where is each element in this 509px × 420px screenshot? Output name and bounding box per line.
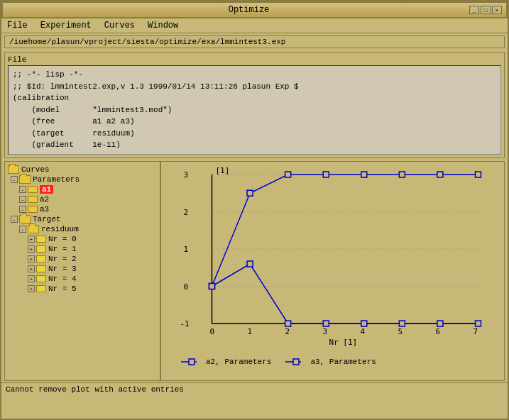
toggle-nr2[interactable]: + [28, 255, 35, 262]
svg-rect-35 [361, 321, 367, 326]
svg-rect-36 [399, 321, 405, 326]
tree-item-nr2[interactable]: + Nr = 2 [5, 254, 160, 264]
maximize-button[interactable]: □ [481, 6, 491, 14]
menu-bar: File Experiment Curves Window [1, 18, 508, 33]
svg-rect-34 [323, 321, 329, 326]
svg-text:1: 1 [184, 245, 189, 254]
svg-rect-32 [247, 261, 253, 267]
toggle-nr4[interactable]: + [28, 275, 35, 282]
tree-label-residuum: residuum [41, 225, 79, 233]
tree-item-curves[interactable]: Curves [5, 165, 160, 175]
toggle-nr0[interactable]: + [28, 236, 35, 243]
code-line-4: (model "lmmintest3.mod") [13, 104, 496, 116]
svg-text:4: 4 [361, 327, 366, 336]
svg-rect-29 [437, 172, 443, 177]
chart-svg: [1] [167, 167, 498, 352]
a3-icon [28, 206, 38, 213]
file-section: File ;; -*- lisp -*- ;; $Id: lmmintest2.… [4, 52, 505, 158]
svg-rect-31 [209, 283, 215, 289]
chart-legend: a2, Parameters a3, Parameters [167, 355, 498, 369]
tree-label-a1: a1 [40, 185, 53, 194]
code-line-1: ;; -*- lisp -*- [13, 69, 496, 81]
svg-rect-42 [293, 359, 299, 365]
svg-text:-1: -1 [180, 319, 190, 328]
chart-panel: [1] [161, 162, 504, 380]
parameters-folder-icon [19, 175, 31, 184]
tree-item-nr0[interactable]: + Nr = 0 [5, 234, 160, 244]
close-button[interactable]: × [492, 6, 502, 14]
svg-rect-38 [475, 321, 481, 326]
nr4-icon [36, 275, 46, 282]
window-controls: _ □ × [469, 6, 502, 14]
svg-rect-30 [475, 172, 481, 177]
legend-line-a3 [285, 358, 307, 365]
svg-rect-37 [437, 321, 443, 326]
target-folder-icon [19, 215, 31, 223]
tree-item-nr1[interactable]: + Nr = 1 [5, 244, 160, 254]
svg-text:7: 7 [474, 327, 478, 336]
toggle-a2[interactable]: - [19, 196, 26, 203]
tree-label-a2: a2 [40, 195, 49, 204]
tree-label-nr1: Nr = 1 [48, 245, 77, 253]
svg-text:2: 2 [184, 207, 189, 216]
tree-item-nr5[interactable]: + Nr = 5 [5, 284, 160, 294]
legend-line-a2 [181, 358, 202, 365]
nr2-icon [36, 255, 46, 262]
code-line-6: (target residuum) [13, 128, 496, 140]
code-line-5: (free a1 a2 a3) [13, 116, 496, 128]
code-line-2: ;; $Id: lmmintest2.exp,v 1.3 1999/01/14 … [13, 81, 496, 93]
svg-text:3: 3 [184, 170, 189, 179]
residuum-folder-icon [28, 225, 39, 233]
toggle-nr3[interactable]: + [28, 265, 35, 272]
nr5-icon [36, 285, 46, 292]
toggle-parameters[interactable]: - [11, 176, 18, 183]
tree-item-a1[interactable]: - a1 [5, 184, 160, 194]
toggle-target[interactable]: - [11, 216, 18, 223]
tree-label-nr4: Nr = 4 [48, 275, 77, 283]
nr3-icon [36, 265, 46, 272]
window-title: Optimize [28, 5, 469, 15]
menu-experiment[interactable]: Experiment [38, 20, 94, 31]
menu-curves[interactable]: Curves [102, 20, 138, 31]
menu-file[interactable]: File [4, 20, 31, 31]
svg-text:0: 0 [210, 327, 215, 336]
status-bar: Cannot remove plot with active entries [1, 382, 508, 396]
toggle-a3[interactable]: - [19, 206, 26, 213]
title-bar: Optimize _ □ × [1, 1, 508, 18]
toggle-nr1[interactable]: + [28, 245, 35, 253]
toggle-nr5[interactable]: + [28, 285, 35, 292]
menu-window[interactable]: Window [145, 20, 181, 31]
tree-item-nr4[interactable]: + Nr = 4 [5, 274, 160, 284]
tree-label-nr3: Nr = 3 [48, 265, 77, 273]
tree-item-a3[interactable]: - a3 [5, 204, 160, 214]
toggle-a1[interactable]: - [19, 186, 26, 193]
svg-text:Nr [1]: Nr [1] [329, 338, 358, 347]
status-message: Cannot remove plot with active entries [6, 385, 184, 394]
svg-text:5: 5 [398, 327, 403, 336]
file-path: /iuehome/plasun/vproject/siesta/optimize… [9, 38, 285, 46]
minimize-button[interactable]: _ [469, 6, 479, 14]
svg-text:1: 1 [248, 327, 253, 336]
tree-label-curves: Curves [21, 165, 50, 174]
svg-rect-24 [247, 190, 253, 196]
svg-text:2: 2 [285, 327, 290, 336]
svg-rect-40 [189, 359, 195, 365]
svg-rect-28 [399, 172, 405, 177]
svg-text:[1]: [1] [216, 167, 230, 175]
tree-item-nr3[interactable]: + Nr = 3 [5, 264, 160, 274]
tree-item-parameters[interactable]: - Parameters [5, 175, 160, 184]
tree-item-target[interactable]: - Target [5, 214, 160, 224]
legend-label-a3: a3, Parameters [310, 358, 376, 366]
code-line-7: (gradient 1e-11) [13, 139, 496, 151]
code-content: ;; -*- lisp -*- ;; $Id: lmmintest2.exp,v… [8, 65, 501, 155]
curves-folder-icon [8, 165, 19, 174]
svg-rect-33 [285, 321, 291, 326]
legend-item-a3: a3, Parameters [285, 358, 376, 366]
toggle-residuum[interactable]: - [19, 226, 26, 233]
tree-item-a2[interactable]: - a2 [5, 194, 160, 204]
tree-label-target: Target [33, 215, 61, 223]
tree-panel: Curves - Parameters - a1 - a2 [5, 162, 161, 380]
legend-label-a2: a2, Parameters [206, 358, 271, 366]
path-bar: /iuehome/plasun/vproject/siesta/optimize… [4, 35, 505, 48]
tree-item-residuum[interactable]: - residuum [5, 224, 160, 234]
